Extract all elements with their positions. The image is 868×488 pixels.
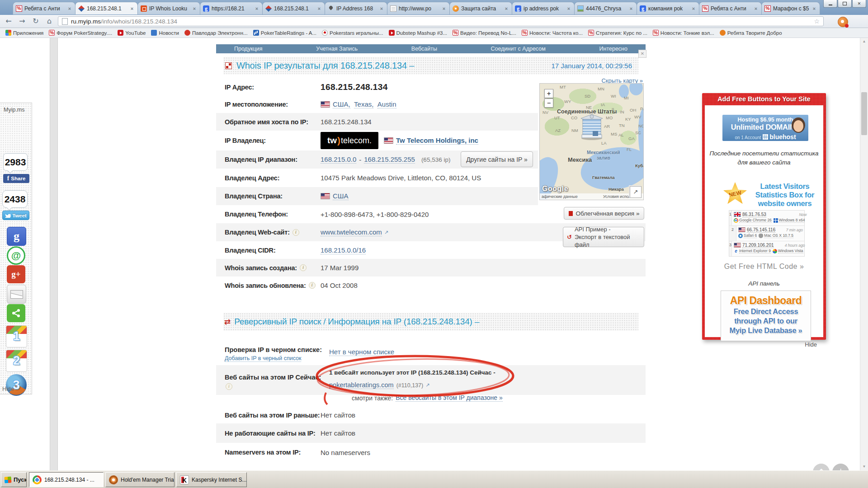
bookmark-item[interactable]: Новости: Тонкие вэл...	[650, 28, 717, 38]
tab-7[interactable]: Защита сайта	[449, 2, 512, 14]
facebook-share-button[interactable]: fShare	[3, 174, 29, 183]
bookmark-item[interactable]: Dubstep Mashup #3...	[386, 28, 450, 38]
city-link[interactable]: Austin	[377, 100, 396, 108]
other-sites-button[interactable]: Другие сайты на IP »	[461, 151, 533, 167]
browser-profile-icon[interactable]	[838, 17, 848, 27]
tab-9[interactable]: 44476_Chrysa	[574, 2, 637, 14]
tab-close-icon[interactable]	[379, 6, 384, 11]
tab-2[interactable]: IP Whois Looku	[137, 2, 200, 14]
nav-item[interactable]: Продукция	[234, 46, 263, 52]
visitor-ip-link[interactable]: 71.209.106.201	[742, 243, 774, 248]
tab-close-icon[interactable]	[691, 6, 696, 11]
tab-0[interactable]: Ребята с Анти	[13, 2, 75, 14]
chrome-store-badge-2[interactable]: 2	[6, 350, 27, 372]
bookmark-item[interactable]: Pokerstars игральны...	[319, 28, 386, 38]
tab-12[interactable]: Марафон с $5	[761, 2, 820, 14]
tab-1-active[interactable]: 168.215.248.1	[75, 2, 138, 14]
tweet-button[interactable]: Tweet	[2, 211, 29, 220]
cidr-link[interactable]: 168.215.0.0/16	[321, 246, 366, 254]
close-panel-icon[interactable]	[638, 50, 646, 58]
bluehost-banner[interactable]: Hosting $6.95 month Unlimited DOMAINS on…	[722, 115, 808, 141]
back-button[interactable]: ←	[3, 16, 14, 27]
sidebar-hide-link[interactable]: Hide	[2, 386, 14, 392]
google-search-icon[interactable]: g	[7, 227, 26, 246]
tab-close-icon[interactable]	[129, 6, 135, 11]
tab-close-icon[interactable]	[628, 6, 634, 11]
bookmark-item[interactable]: Видео: Перевод No-L...	[450, 28, 519, 38]
tab-8[interactable]: ip address pok	[512, 2, 575, 14]
bookmark-item[interactable]: Ребята Творите Добро	[717, 28, 785, 38]
tab-close-icon[interactable]	[811, 6, 817, 11]
bookmark-star-icon[interactable]	[814, 18, 820, 25]
map-expand-icon[interactable]	[630, 186, 642, 198]
tab-close-icon[interactable]	[504, 6, 509, 11]
ad-panel-hide-link[interactable]: Hide	[805, 341, 817, 348]
geo-map[interactable]: MT MN SD WI MI WY IA NE IL IN OH NV UT C…	[539, 83, 644, 200]
minimize-button[interactable]	[823, 0, 837, 8]
tab-close-icon[interactable]	[566, 6, 571, 11]
home-button[interactable]: ⌂	[43, 16, 55, 27]
close-button[interactable]: ✕	[852, 0, 866, 8]
mailru-at-icon[interactable]: @	[7, 246, 25, 265]
stats-box-title: Latest Visitors Statistics Box for websi…	[748, 182, 821, 208]
map-zoom-out-button[interactable]: −	[544, 99, 553, 108]
google-plus-icon[interactable]: g+	[7, 265, 25, 283]
bookmark-item[interactable]: Стратегия: Курс по ...	[585, 28, 650, 38]
nav-item[interactable]: Соединит с Адресом	[491, 46, 546, 52]
tab-close-icon[interactable]	[441, 6, 447, 11]
nav-item[interactable]: Вебсайты	[411, 46, 437, 52]
restore-button[interactable]	[838, 0, 852, 8]
chrome-store-badge-1[interactable]: 1	[6, 325, 27, 347]
scrollbar-up-arrow[interactable]: ▲	[860, 38, 868, 45]
state-link[interactable]: Texas,	[354, 100, 373, 108]
taskbar-holdem-task[interactable]: Hold'em Manager Tria...	[105, 472, 175, 487]
reload-button[interactable]: ↻	[30, 16, 42, 27]
map-zoom-in-button[interactable]: +	[544, 89, 553, 98]
tab-close-icon[interactable]	[67, 6, 72, 11]
vertical-scrollbar[interactable]: ▲ ▼	[860, 38, 868, 470]
bookmark-item[interactable]: Новости	[148, 28, 182, 38]
bookmark-item[interactable]: PokerTableRatings - A...	[250, 28, 319, 38]
tab-close-icon[interactable]	[192, 6, 197, 11]
bookmark-item[interactable]: YouTube	[115, 28, 148, 38]
tab-close-icon[interactable]	[316, 6, 322, 11]
tab-6[interactable]: http://www.po	[387, 2, 450, 14]
tab-close-icon[interactable]	[254, 6, 259, 11]
tab-close-icon[interactable]	[753, 6, 759, 11]
country-link[interactable]: США,	[333, 100, 350, 108]
taskbar-chrome-task[interactable]: 168.215.248.134 - ...	[29, 472, 104, 487]
add-blacklist-link[interactable]: Добавить IP в черный список	[225, 355, 301, 362]
tab-3[interactable]: https://168.21	[200, 2, 263, 14]
light-version-button[interactable]: Облегчённая версия »	[564, 207, 644, 220]
forward-button[interactable]: →	[16, 16, 28, 27]
nav-item[interactable]: Учетная Запись	[316, 46, 358, 52]
tab-5[interactable]: IP Address 168	[325, 2, 387, 14]
visitor-ip-link[interactable]: 66.75.145.116	[747, 227, 775, 233]
tab-11[interactable]: Ребята с Анти	[699, 2, 762, 14]
tab-10[interactable]: компания pok	[637, 2, 699, 14]
nav-item[interactable]: Интересно	[599, 46, 627, 52]
api-dashboard-banner[interactable]: API Dashboard Free Direct Access through…	[721, 291, 811, 341]
api-export-button[interactable]: ↺ API Пример -Экспорт в текстовой файл	[563, 227, 644, 247]
get-html-code-link[interactable]: Get Free HTML Code »	[705, 263, 823, 271]
owner-country-link[interactable]: США	[333, 192, 349, 200]
firefox-badge-3[interactable]: 3	[6, 374, 27, 396]
taskbar-kaspersky-task[interactable]: Kaspersky Internet S...	[176, 472, 247, 487]
address-bar[interactable]: ru.myip.ms /info/whois/168.215.248.134	[58, 16, 824, 26]
bookmark-item[interactable]: Павлодар Электронн...	[182, 28, 250, 38]
bookmark-item[interactable]: Новости: Частота ко...	[519, 28, 585, 38]
bookmark-apps[interactable]: Приложения	[3, 28, 46, 38]
owner-site-link[interactable]: www.twtelecom.com	[321, 228, 382, 236]
start-button[interactable]: Пуск	[1, 472, 27, 487]
range-from-link[interactable]: 168.215.0.0	[321, 155, 356, 164]
owner-link[interactable]: Tw Telecom Holdings, inc	[396, 136, 478, 145]
scrollbar-down-arrow[interactable]: ▼	[860, 463, 868, 470]
email-icon[interactable]	[7, 285, 26, 304]
range-to-link[interactable]: 168.215.255.255	[364, 155, 415, 164]
visitor-ip-link[interactable]: 86.31.76.53	[742, 212, 766, 217]
bookmark-item[interactable]: Форум PokerStrategy....	[46, 28, 115, 38]
us-flag-icon	[738, 227, 745, 232]
share-nodes-icon[interactable]	[7, 304, 25, 322]
scrollbar-thumb[interactable]	[861, 92, 867, 135]
tab-4[interactable]: 168.215.248.1	[262, 2, 325, 14]
